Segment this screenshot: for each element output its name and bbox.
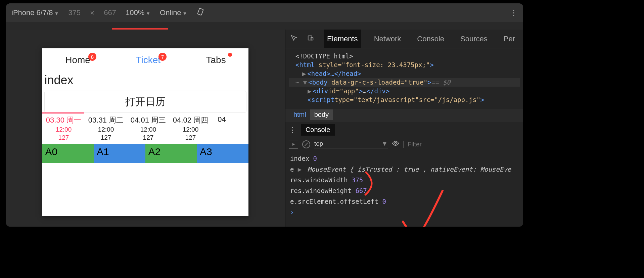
zoom-selector[interactable]: 100% (126, 8, 150, 17)
context-selector[interactable]: top ▼ (314, 140, 388, 148)
svg-rect-1 (308, 36, 312, 40)
tab-label: Home (65, 55, 90, 65)
date-col-0[interactable]: 03.30 周一 12:00 127 (42, 113, 85, 144)
count: 127 (127, 134, 169, 141)
devtools-window: iPhone 6/7/8 375 × 667 100% Online ⋮ Hom… (6, 3, 523, 227)
breadcrumb: html body (285, 109, 523, 122)
throttling-selector[interactable]: Online (160, 8, 187, 17)
ruler-bar (6, 22, 523, 30)
dimension-separator: × (90, 8, 94, 17)
kebab-menu-icon[interactable]: ⋮ (510, 8, 518, 17)
console-line: index 0 (290, 153, 518, 164)
open-calendar-button[interactable]: 打开日历 (44, 91, 246, 113)
date: 04.02 周四 (169, 115, 212, 125)
tab-network[interactable]: Network (371, 30, 405, 48)
drawer-header: ⋮ Console (285, 122, 523, 138)
svg-point-4 (395, 142, 397, 144)
badge-home: 8 (88, 53, 96, 61)
device-viewport-area: Home 8 Ticket 7 Tabs index 打开日历 (6, 30, 285, 227)
drawer-menu-icon[interactable]: ⋮ (289, 126, 296, 134)
console-line: e ▶ MouseEvent { isTrusted : true , nati… (290, 164, 518, 175)
device-selector[interactable]: iPhone 6/7/8 (11, 8, 59, 17)
count: 127 (85, 134, 127, 141)
console-output[interactable]: index 0 e ▶ MouseEvent { isTrusted : tru… (285, 151, 523, 227)
device-mode-icon[interactable] (307, 34, 314, 44)
time: 12:00 (127, 126, 169, 133)
sidebar-toggle-icon[interactable] (289, 140, 298, 149)
tab-sources[interactable]: Sources (457, 30, 491, 48)
device-frame: Home 8 Ticket 7 Tabs index 打开日历 (42, 48, 248, 216)
count: 127 (42, 134, 85, 141)
svg-marker-3 (292, 143, 295, 146)
tab-elements[interactable]: Elements (324, 30, 361, 48)
date: 04.01 周三 (127, 115, 169, 125)
console-line: res.windowHeight 667 (290, 185, 518, 196)
dom-tree[interactable]: <!DOCTYPE html> <html style= "font-size:… (285, 48, 523, 109)
dom-doctype[interactable]: <!DOCTYPE html> (289, 52, 520, 60)
block-a3[interactable]: A3 (197, 144, 249, 163)
dom-script[interactable]: <script type="text/javascript" src="/js/… (289, 95, 520, 104)
dom-head[interactable]: ▶<head>…</head> (289, 69, 520, 78)
block-a0[interactable]: A0 (42, 144, 94, 163)
viewport-height[interactable]: 667 (104, 8, 116, 17)
date-col-1[interactable]: 03.31 周二 12:00 127 (85, 113, 127, 144)
dom-body-open[interactable]: ⋯ ▼ <body data-gr-c-s-loaded= "true" > =… (289, 78, 520, 87)
count: 127 (169, 134, 212, 141)
badge-ticket: 7 (158, 53, 167, 61)
time: 12:00 (42, 126, 85, 133)
drawer-tab-console[interactable]: Console (301, 124, 335, 136)
block-a1[interactable]: A1 (94, 144, 146, 163)
date: 04 (212, 115, 232, 124)
time: 12:00 (85, 126, 127, 133)
date-col-4[interactable]: 04 (212, 113, 232, 144)
tab-label: Tabs (206, 55, 226, 65)
clear-console-icon[interactable] (302, 140, 310, 148)
dom-html-open[interactable]: <html style= "font-size: 23.4375px;" > (289, 60, 520, 69)
crumb-html[interactable]: html (289, 109, 310, 120)
device-toolbar: iPhone 6/7/8 375 × 667 100% Online ⋮ (6, 3, 523, 22)
svg-rect-0 (198, 8, 203, 15)
badge-tabs-dot (228, 53, 232, 57)
console-filter-input[interactable] (403, 141, 520, 148)
date: 03.30 周一 (42, 115, 85, 125)
dom-div-app[interactable]: ▶<div id="app">…</div> (289, 87, 520, 95)
tab-tabs[interactable]: Tabs (206, 55, 226, 65)
live-expression-icon[interactable] (392, 140, 399, 149)
crumb-body[interactable]: body (310, 109, 333, 120)
tab-performance[interactable]: Per (500, 30, 518, 48)
date-strip[interactable]: 03.30 周一 12:00 127 03.31 周二 12:00 127 04… (42, 113, 248, 144)
devtools-tabs: Elements Network Console Sources Per (285, 30, 523, 48)
app-tabs: Home 8 Ticket 7 Tabs (42, 48, 248, 72)
date-col-2[interactable]: 04.01 周三 12:00 127 (127, 113, 169, 144)
console-line: e.srcElement.offsetLeft 0 (290, 196, 518, 207)
tab-ticket[interactable]: Ticket 7 (136, 55, 160, 65)
viewport-width[interactable]: 375 (68, 8, 81, 17)
block-a2[interactable]: A2 (145, 144, 197, 163)
rotate-icon[interactable] (196, 8, 204, 18)
tab-console[interactable]: Console (414, 30, 448, 48)
tab-label: Ticket (136, 55, 160, 65)
width-indicator (112, 22, 168, 30)
time: 12:00 (169, 126, 212, 133)
tab-home[interactable]: Home 8 (65, 55, 90, 65)
console-prompt[interactable]: › (290, 207, 518, 218)
blocks-row: A0 A1 A2 A3 (42, 144, 248, 163)
inspect-icon[interactable] (290, 34, 297, 44)
console-line: res.windowWidth 375 (290, 175, 518, 185)
context-label: top (314, 140, 381, 147)
section-label: index (42, 72, 248, 89)
date-col-3[interactable]: 04.02 周四 12:00 127 (169, 113, 212, 144)
console-toolbar: top ▼ (285, 138, 523, 151)
devtools-panel: Elements Network Console Sources Per <!D… (285, 30, 523, 227)
date: 03.31 周二 (85, 115, 127, 125)
